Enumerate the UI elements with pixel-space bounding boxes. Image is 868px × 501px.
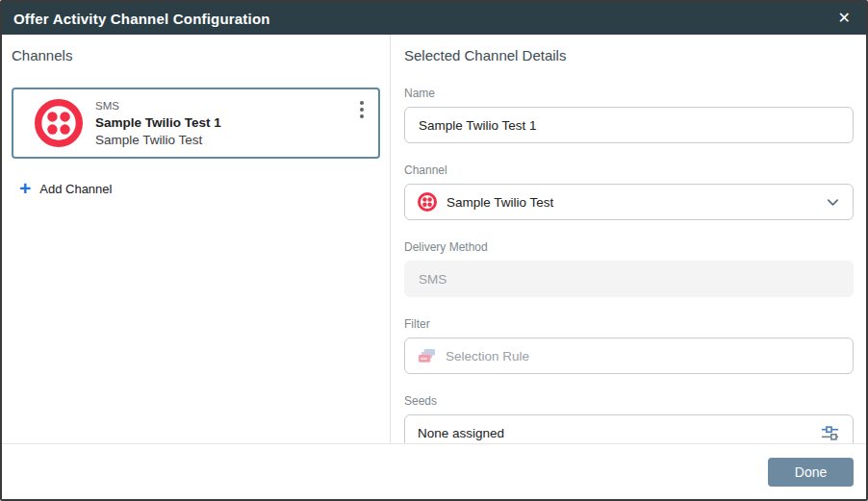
add-channel-label: Add Channel — [39, 182, 112, 196]
channel-dropdown-value: Sample Twilio Test — [447, 195, 553, 210]
sliders-icon[interactable] — [820, 423, 840, 443]
channels-panel: Channels SMS Sample Twilio Test 1 Sample… — [2, 35, 391, 443]
name-field-group: Name — [404, 87, 854, 143]
seeds-label: Seeds — [404, 394, 854, 408]
chevron-down-icon — [826, 195, 840, 210]
channel-card-selected[interactable]: SMS Sample Twilio Test 1 Sample Twilio T… — [12, 88, 380, 159]
filter-label: Filter — [404, 317, 854, 331]
channel-card-text: SMS Sample Twilio Test 1 Sample Twilio T… — [95, 98, 221, 149]
delivery-method-field-group: Delivery Method — [404, 240, 854, 297]
selection-rule-icon — [418, 348, 436, 364]
dialog-title: Offer Activity Channel Configuration — [13, 11, 270, 27]
name-input[interactable] — [404, 107, 854, 143]
done-button[interactable]: Done — [768, 458, 854, 487]
channel-field-group: Channel Sample Twilio Test — [404, 163, 854, 220]
channel-type-label: SMS — [95, 98, 221, 114]
channel-name: Sample Twilio Test 1 — [95, 114, 221, 132]
dialog-footer: Done — [2, 443, 866, 499]
plus-icon: + — [19, 181, 31, 196]
close-icon[interactable]: ✕ — [834, 9, 855, 28]
seeds-value: None assigned — [418, 426, 504, 440]
filter-field-group: Filter Selection Rule — [404, 317, 854, 374]
delivery-method-label: Delivery Method — [404, 240, 854, 254]
channel-label: Channel — [404, 163, 854, 177]
selected-channel-details-panel: Selected Channel Details Name Channel — [391, 35, 866, 443]
filter-input[interactable]: Selection Rule — [404, 338, 854, 374]
twilio-icon — [35, 99, 83, 147]
channels-heading: Channels — [12, 47, 380, 63]
channel-dropdown[interactable]: Sample Twilio Test — [404, 184, 854, 220]
name-label: Name — [404, 87, 854, 100]
twilio-icon — [418, 192, 437, 212]
details-heading: Selected Channel Details — [404, 47, 854, 63]
kebab-menu-icon[interactable] — [358, 99, 366, 120]
dialog-header: Offer Activity Channel Configuration ✕ — [2, 2, 866, 35]
filter-placeholder: Selection Rule — [446, 349, 529, 363]
delivery-method-input — [404, 261, 854, 297]
channel-configuration-dialog: Offer Activity Channel Configuration ✕ C… — [0, 0, 868, 501]
add-channel-button[interactable]: + Add Channel — [12, 182, 112, 196]
channel-subtitle: Sample Twilio Test — [95, 132, 221, 149]
dialog-body: Channels SMS Sample Twilio Test 1 Sample… — [2, 35, 866, 443]
